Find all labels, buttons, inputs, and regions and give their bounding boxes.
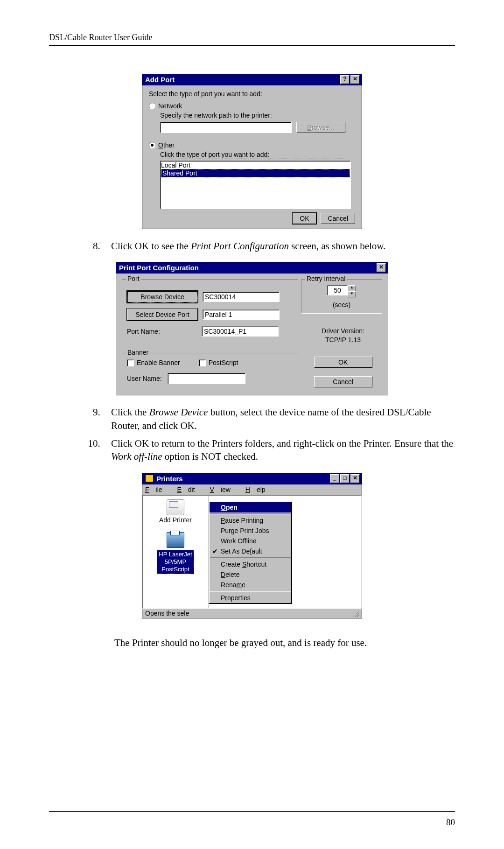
- browse-button[interactable]: Browse...: [296, 122, 345, 133]
- other-hint: Click the type of port you want to add:: [160, 151, 355, 158]
- add-port-titlebar[interactable]: Add Port ? ✕: [142, 74, 362, 85]
- ok-button[interactable]: OK: [314, 357, 372, 368]
- driver-version: Driver Version: TCP/IP 1.13: [301, 327, 385, 344]
- spin-up-icon[interactable]: ▲: [348, 285, 356, 291]
- page-number: 80: [446, 817, 455, 828]
- cancel-button[interactable]: Cancel: [321, 213, 355, 224]
- device-input[interactable]: SC300014: [203, 292, 280, 302]
- port-type-listbox[interactable]: Local Port Shared Port: [160, 161, 351, 209]
- help-icon[interactable]: ?: [340, 75, 350, 84]
- enable-banner-checkbox[interactable]: Enable Banner: [127, 359, 180, 366]
- retry-interval-group: Retry Interval 50 ▲ ▼ (secs): [301, 279, 382, 314]
- maximize-icon[interactable]: □: [340, 474, 350, 483]
- checkbox-off-icon: [127, 359, 134, 366]
- menu-edit[interactable]: Edit: [177, 486, 201, 493]
- printer-icon[interactable]: [167, 532, 184, 548]
- menu-delete[interactable]: Delete: [210, 569, 291, 580]
- ppc-titlebar[interactable]: Print Port Configuration ✕: [116, 262, 388, 274]
- ok-button[interactable]: OK: [293, 213, 316, 224]
- menu-help[interactable]: Help: [245, 486, 272, 493]
- spin-down-icon[interactable]: ▼: [348, 291, 356, 297]
- resize-grip-icon[interactable]: [351, 610, 359, 617]
- network-radio[interactable]: Network: [149, 102, 355, 110]
- close-icon[interactable]: ✕: [377, 263, 386, 272]
- add-printer-icon[interactable]: [167, 499, 184, 515]
- list-item[interactable]: Local Port: [161, 161, 350, 169]
- list-item-selected[interactable]: Shared Port: [161, 169, 350, 177]
- port-name-input[interactable]: SC300014_P1: [202, 326, 279, 337]
- menu-properties[interactable]: Properties: [210, 593, 291, 603]
- ppc-title: Print Port Configuration: [119, 264, 377, 272]
- doc-header: DSL/Cable Router User Guide: [49, 33, 455, 42]
- cancel-button[interactable]: Cancel: [314, 376, 372, 387]
- network-hint: Specify the network path to the printer:: [160, 112, 355, 119]
- printers-menubar[interactable]: File Edit View Help: [142, 484, 362, 495]
- printers-folder-icon: [145, 475, 154, 482]
- footer-rule: [49, 811, 455, 812]
- selected-printer-label[interactable]: HP LaserJet 5P/5MP PostScript: [157, 550, 194, 575]
- network-path-input[interactable]: [160, 122, 292, 133]
- postscript-checkbox[interactable]: PostScript: [199, 359, 238, 366]
- port-group: Port Browse Device SC300014 Select Devic…: [122, 279, 298, 347]
- banner-group: Banner Enable Banner PostScript User Nam…: [122, 353, 298, 389]
- menu-create-shortcut[interactable]: Create Shortcut: [210, 559, 291, 569]
- close-icon[interactable]: ✕: [350, 474, 360, 483]
- device-port-input[interactable]: Parallel 1: [203, 309, 280, 320]
- minimize-icon[interactable]: _: [330, 474, 339, 483]
- context-menu[interactable]: Open Pause Printing Purge Print Jobs Wor…: [209, 501, 292, 604]
- retry-spinner[interactable]: 50 ▲ ▼: [327, 285, 356, 297]
- port-name-label: Port Name:: [127, 328, 197, 335]
- printers-window: Printers _ □ ✕ File Edit View Help Add P…: [142, 473, 362, 618]
- checkbox-off-icon: [199, 359, 206, 366]
- retry-value-input[interactable]: 50: [327, 285, 348, 295]
- add-printer-label: Add Printer: [159, 516, 192, 524]
- other-radio[interactable]: Other: [149, 141, 355, 149]
- add-port-prompt: Select the type of port you want to add:: [149, 90, 355, 98]
- printers-titlebar[interactable]: Printers _ □ ✕: [142, 473, 362, 484]
- select-device-port-button[interactable]: Select Device Port: [127, 309, 198, 321]
- user-name-input[interactable]: [168, 373, 245, 384]
- menu-set-as-default[interactable]: Set As Default: [210, 546, 291, 556]
- radio-off-icon: [149, 103, 155, 109]
- menu-open[interactable]: Open: [210, 502, 291, 512]
- menu-purge-print-jobs[interactable]: Purge Print Jobs: [210, 526, 291, 536]
- retry-units: (secs): [306, 301, 377, 309]
- close-icon[interactable]: ✕: [350, 75, 360, 84]
- closing-text: The Printer should no longer be grayed o…: [114, 637, 455, 649]
- menu-work-offline[interactable]: Work Offline: [210, 536, 291, 546]
- browse-device-button[interactable]: Browse Device: [127, 291, 198, 303]
- step-10: Click OK to return to the Printers folde…: [103, 437, 455, 463]
- printers-statusbar: Opens the sele: [142, 608, 362, 618]
- menu-file[interactable]: File: [145, 486, 169, 493]
- add-port-dialog: Add Port ? ✕ Select the type of port you…: [142, 74, 362, 229]
- header-rule: [49, 45, 455, 46]
- menu-pause-printing[interactable]: Pause Printing: [210, 515, 291, 526]
- add-port-title: Add Port: [145, 76, 340, 84]
- step-9: Click the Browse Device button, select t…: [103, 406, 455, 432]
- step-8: Click OK to see the Print Port Configura…: [103, 239, 455, 253]
- print-port-config-dialog: Print Port Configuration ✕ Port Browse D…: [116, 262, 388, 395]
- menu-view[interactable]: View: [210, 486, 237, 493]
- user-name-label: User Name:: [127, 375, 162, 382]
- printers-title: Printers: [156, 475, 183, 483]
- radio-on-icon: [149, 142, 155, 148]
- menu-rename[interactable]: Rename: [210, 580, 291, 590]
